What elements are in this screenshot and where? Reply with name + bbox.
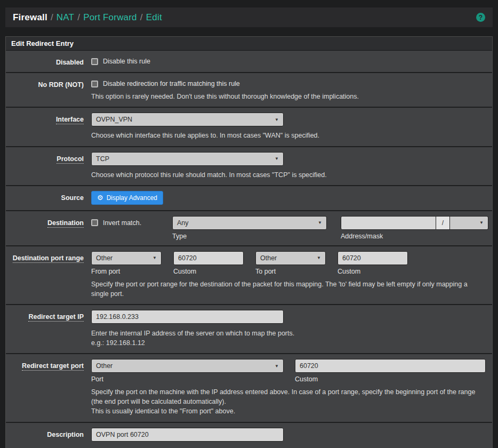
redirect-target-ip-label: Redirect target IP: [28, 313, 84, 322]
destination-mask-select[interactable]: ▼: [450, 216, 488, 230]
row-redirect-target-ip: Redirect target IP Enter the internal IP…: [6, 305, 492, 354]
chevron-down-icon: ▼: [152, 255, 157, 260]
nordr-checkbox[interactable]: [91, 81, 98, 87]
protocol-select-value: TCP: [96, 155, 109, 163]
from-port-select[interactable]: Other ▼: [91, 251, 162, 265]
redirect-target-ip-example: e.g.: 192.168.1.12: [91, 338, 486, 348]
chevron-down-icon: ▼: [275, 156, 279, 161]
row-nordr: No RDR (NOT) Disable redirection for tra…: [6, 73, 492, 108]
panel-title: Edit Redirect Entry: [6, 37, 492, 51]
row-protocol: Protocol TCP ▼ Choose which protocol thi…: [6, 147, 492, 186]
destination-address-input[interactable]: [341, 216, 436, 230]
from-port-value: Other: [96, 254, 113, 262]
to-port-value: Other: [260, 254, 277, 262]
to-port-custom-input[interactable]: [338, 251, 408, 265]
breadcrumb-separator: /: [137, 12, 146, 22]
row-disabled: Disabled Disable this rule: [6, 51, 492, 73]
to-port-custom-label: Custom: [338, 268, 408, 275]
to-port-select[interactable]: Other ▼: [255, 251, 326, 265]
breadcrumb-firewall: Firewall: [13, 12, 47, 22]
interface-label: Interface: [56, 116, 84, 124]
interface-select[interactable]: OVPN_VPN ▼: [91, 113, 284, 126]
from-port-custom-label: Custom: [173, 268, 244, 275]
nordr-help: This option is rarely needed. Don't use …: [91, 92, 486, 101]
redirect-target-port-note: This is usually identical to the "From p…: [91, 406, 486, 416]
from-port-label: From port: [91, 268, 162, 275]
breadcrumb-nat[interactable]: NAT: [57, 12, 74, 22]
invert-match-label[interactable]: Invert match.: [103, 219, 141, 227]
row-interface: Interface OVPN_VPN ▼ Choose which interf…: [6, 108, 492, 147]
destination-label: Destination: [47, 219, 84, 228]
chevron-down-icon: ▼: [317, 255, 321, 260]
chevron-down-icon: ▼: [275, 364, 279, 369]
redirect-port-custom-input[interactable]: [295, 359, 486, 373]
display-advanced-button[interactable]: ⚙ Display Advanced: [91, 191, 163, 205]
disabled-checkbox-label[interactable]: Disable this rule: [103, 58, 150, 65]
breadcrumb-separator: /: [47, 12, 57, 22]
row-source: Source ⚙ Display Advanced: [6, 186, 492, 211]
breadcrumb-edit[interactable]: Edit: [146, 12, 162, 22]
destination-address-label: Address/mask: [341, 233, 488, 240]
breadcrumb-trail: Firewall/NAT/Port Forward/Edit: [13, 12, 162, 23]
breadcrumb-port-forward[interactable]: Port Forward: [83, 12, 137, 22]
nordr-label: No RDR (NOT): [10, 78, 91, 101]
protocol-select[interactable]: TCP ▼: [91, 152, 284, 166]
address-mask-separator: /: [436, 216, 450, 230]
chevron-down-icon: ▼: [479, 220, 484, 225]
gear-icon: ⚙: [97, 194, 103, 201]
destination-type-select[interactable]: Any ▼: [172, 216, 327, 230]
row-destination: Destination Invert match. Any ▼: [6, 211, 492, 246]
dest-port-range-help: Specify the port or port range for the d…: [91, 279, 486, 299]
row-description: Description A description may be entered…: [6, 423, 492, 448]
row-redirect-target-port: Redirect target port Other ▼ Port Custom: [6, 354, 492, 422]
display-advanced-label: Display Advanced: [107, 194, 157, 202]
nordr-checkbox-label[interactable]: Disable redirection for traffic matching…: [103, 80, 240, 87]
description-label: Description: [10, 428, 91, 448]
disabled-label: Disabled: [10, 55, 91, 67]
redirect-target-port-help: Specify the port on the machine with the…: [91, 387, 486, 406]
description-help: A description may be entered here for ad…: [91, 446, 486, 448]
from-port-custom-input[interactable]: [173, 251, 244, 265]
redirect-port-value: Other: [96, 362, 113, 370]
dest-port-range-label: Destination port range: [13, 254, 84, 263]
redirect-target-ip-help: Enter the internal IP address of the ser…: [91, 329, 486, 338]
to-port-label: To port: [255, 268, 326, 275]
redirect-target-port-label: Redirect target port: [22, 362, 84, 371]
page: Firewall/NAT/Port Forward/Edit ? Edit Re…: [0, 0, 498, 448]
protocol-help: Choose which protocol this rule should m…: [91, 170, 486, 180]
row-dest-port-range: Destination port range Other ▼ From port…: [6, 246, 492, 305]
help-icon[interactable]: ?: [476, 13, 485, 22]
interface-help: Choose which interface this rule applies…: [91, 131, 486, 140]
destination-type-value: Any: [177, 219, 189, 227]
chevron-down-icon: ▼: [275, 117, 279, 122]
breadcrumb-separator: /: [74, 12, 83, 22]
redirect-target-ip-input[interactable]: [91, 310, 284, 324]
protocol-label: Protocol: [57, 155, 84, 164]
redirect-port-label: Port: [91, 375, 284, 383]
destination-type-label: Type: [172, 233, 327, 240]
disabled-checkbox[interactable]: [91, 58, 98, 65]
edit-redirect-panel: Edit Redirect Entry Disabled Disable thi…: [5, 36, 493, 448]
interface-select-value: OVPN_VPN: [96, 116, 132, 123]
redirect-port-custom-label: Custom: [295, 375, 486, 383]
redirect-port-select[interactable]: Other ▼: [91, 359, 284, 373]
breadcrumb: Firewall/NAT/Port Forward/Edit ?: [5, 7, 493, 27]
description-input[interactable]: [91, 428, 284, 442]
chevron-down-icon: ▼: [318, 220, 322, 225]
invert-match-checkbox[interactable]: [91, 219, 98, 226]
source-label: Source: [10, 191, 91, 205]
